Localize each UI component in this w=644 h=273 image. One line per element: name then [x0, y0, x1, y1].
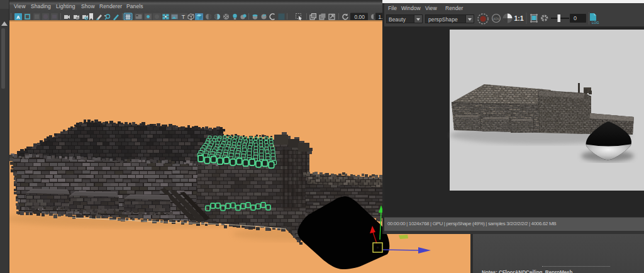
svg-text:A: A — [16, 14, 20, 20]
svg-text:AOV: AOV — [493, 18, 499, 21]
svg-text:LOG: LOG — [592, 21, 599, 25]
svg-text:1:1: 1:1 — [514, 14, 523, 22]
svg-text:0.00: 0.00 — [354, 14, 365, 20]
svg-text:0: 0 — [574, 15, 577, 21]
svg-text:T: T — [182, 14, 186, 20]
